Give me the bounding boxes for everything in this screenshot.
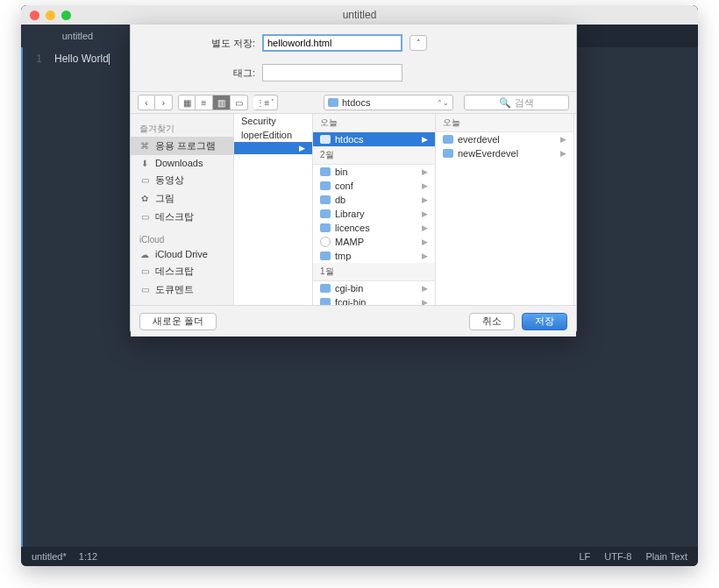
filename-input[interactable] <box>262 34 402 52</box>
chevron-right-icon: ▶ <box>422 167 428 176</box>
file-entry[interactable]: db▶ <box>313 193 435 207</box>
file-entry[interactable]: MAMP▶ <box>313 235 435 249</box>
editor-tab[interactable]: untitled <box>21 25 135 47</box>
file-entry[interactable]: bin▶ <box>313 165 435 179</box>
save-button[interactable]: 저장 <box>522 313 567 330</box>
search-input[interactable]: 🔍 검색 <box>464 95 569 110</box>
file-entry[interactable]: everdevel▶ <box>436 132 573 146</box>
folder-icon <box>320 209 331 218</box>
file-entry-label: fcgi-bin <box>335 297 366 305</box>
chevron-right-icon: ▶ <box>422 284 428 293</box>
status-eol[interactable]: LF <box>579 551 590 562</box>
file-entry[interactable]: cgi-bin▶ <box>313 281 435 295</box>
collapse-button[interactable]: ˄ <box>409 35 427 51</box>
file-entry-label: conf <box>335 181 353 191</box>
file-entry[interactable]: htdocs▶ <box>313 132 435 146</box>
status-lang[interactable]: Plain Text <box>646 551 688 562</box>
column-group-header: 2월 <box>313 146 435 165</box>
icon-view-button[interactable]: ▦ <box>178 95 196 110</box>
line-number: 1 <box>36 53 42 65</box>
sidebar-icon: ☁ <box>139 249 150 259</box>
sidebar-item-label: 데스크탑 <box>155 265 194 278</box>
app-window: untitled untitled 1 Hello World untitled… <box>21 5 698 566</box>
folder-icon <box>443 135 453 144</box>
sidebar-icon: ✿ <box>139 194 150 204</box>
column-view-button[interactable]: ▥ <box>213 95 231 110</box>
file-entry-label: MAMP <box>335 237 364 247</box>
sidebar-item[interactable]: ▭데스크탑 <box>131 208 233 226</box>
nav-buttons: ‹ › <box>138 95 173 110</box>
chevron-right-icon: ▶ <box>422 181 428 190</box>
file-entry[interactable]: tmp▶ <box>313 249 435 263</box>
gallery-view-button[interactable]: ▭ <box>231 95 248 110</box>
folder-icon <box>443 149 453 158</box>
file-entry[interactable]: Security <box>234 114 312 128</box>
chevron-right-icon: ▶ <box>422 237 428 246</box>
sidebar-item[interactable]: ⌘응용 프로그램 <box>131 137 233 155</box>
tags-input[interactable] <box>262 64 402 81</box>
location-popup[interactable]: htdocs ⌃⌄ <box>324 95 453 110</box>
column-group-header: 오늘 <box>436 114 573 132</box>
sidebar-head-favorites: 즐겨찾기 <box>131 119 233 137</box>
chevron-right-icon: ▶ <box>560 135 566 144</box>
list-view-button[interactable]: ≡ <box>196 95 213 110</box>
new-folder-button[interactable]: 새로운 폴더 <box>139 313 217 330</box>
back-button[interactable]: ‹ <box>138 95 155 110</box>
folder-icon <box>320 195 331 204</box>
folder-icon <box>320 135 331 144</box>
file-entry-label: bin <box>335 166 348 177</box>
sidebar-icon: ▭ <box>139 285 150 295</box>
status-file[interactable]: untitled* <box>32 551 67 562</box>
statusbar: untitled* 1:12 LF UTF-8 Plain Text <box>21 547 698 566</box>
sidebar-item[interactable]: ☁iCloud Drive <box>131 246 233 262</box>
folder-icon <box>320 298 331 305</box>
file-browser: 즐겨찾기 ⌘응용 프로그램⬇Downloads▭동영상✿그림▭데스크탑 iClo… <box>131 114 576 305</box>
cancel-button[interactable]: 취소 <box>469 313 515 330</box>
chevron-right-icon: ▶ <box>422 251 428 260</box>
folder-icon <box>320 284 331 293</box>
dialog-footer: 새로운 폴더 취소 저장 <box>131 305 576 337</box>
sidebar-item[interactable]: ▭도큐멘트 <box>131 280 233 299</box>
app-icon <box>320 237 331 247</box>
file-entry[interactable]: Library▶ <box>313 207 435 221</box>
chevron-right-icon: ▶ <box>299 144 305 152</box>
sidebar-icon: ▭ <box>139 175 150 186</box>
status-pos[interactable]: 1:12 <box>79 551 97 562</box>
forward-button[interactable]: › <box>155 95 173 110</box>
sidebar-item[interactable]: ▭데스크탑 <box>131 262 233 280</box>
search-icon: 🔍 <box>499 97 511 109</box>
chevron-right-icon: ▶ <box>422 223 428 232</box>
file-entry[interactable]: fcgi-bin▶ <box>313 295 435 305</box>
sidebar-item[interactable]: ⬇Downloads <box>131 155 233 171</box>
file-entry-label: Library <box>335 209 365 219</box>
file-entry[interactable]: ▶ <box>234 142 312 154</box>
column-group-header: 오늘 <box>313 114 435 132</box>
group-menu[interactable]: ⋮≡ ˅ <box>253 95 278 110</box>
sidebar-item-label: 도큐멘트 <box>155 283 194 296</box>
text-cursor <box>109 53 110 65</box>
sidebar-head-icloud: iCloud <box>131 231 233 246</box>
line-gutter: 1 <box>21 47 49 547</box>
sidebar-item-label: Downloads <box>155 158 203 168</box>
file-entry-label: licences <box>335 223 370 233</box>
sidebar-item-label: 그림 <box>155 192 174 205</box>
sidebar-icon: ▭ <box>139 266 150 277</box>
chevron-right-icon: ▶ <box>422 195 428 204</box>
location-label: htdocs <box>342 97 370 108</box>
chevron-right-icon: ▶ <box>560 149 566 158</box>
folder-icon <box>320 251 331 260</box>
sidebar: 즐겨찾기 ⌘응용 프로그램⬇Downloads▭동영상✿그림▭데스크탑 iClo… <box>131 114 234 305</box>
sidebar-item[interactable]: ▭동영상 <box>131 171 233 189</box>
status-encoding[interactable]: UTF-8 <box>604 551 631 562</box>
chevron-updown-icon: ⌃⌄ <box>437 99 449 107</box>
sidebar-item-label: 응용 프로그램 <box>155 139 216 152</box>
chevron-right-icon: ▶ <box>422 298 428 305</box>
sidebar-item-label: iCloud Drive <box>155 249 208 259</box>
file-entry[interactable]: loperEdition <box>234 128 312 142</box>
file-entry[interactable]: newEverdevel▶ <box>436 146 573 160</box>
titlebar[interactable]: untitled <box>21 5 698 25</box>
file-entry[interactable]: licences▶ <box>313 221 435 235</box>
file-entry[interactable]: conf▶ <box>313 179 435 193</box>
sidebar-item[interactable]: ✿그림 <box>131 189 233 208</box>
sidebar-item-label: 동영상 <box>155 174 184 187</box>
